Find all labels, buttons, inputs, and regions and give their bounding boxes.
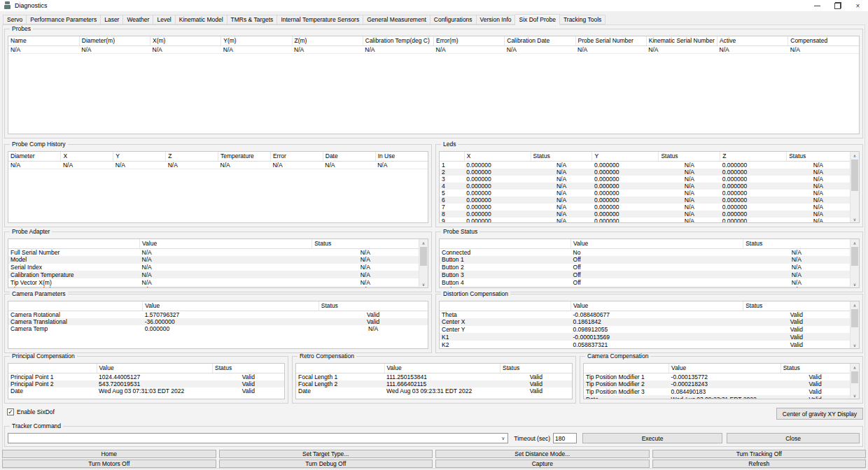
table-row[interactable]: Button 4OffN/A — [440, 278, 850, 286]
column-header[interactable] — [8, 239, 140, 248]
timeout-input[interactable] — [553, 433, 577, 443]
column-header[interactable] — [584, 364, 669, 373]
column-header[interactable]: Probe Serial Number — [575, 36, 646, 45]
column-header[interactable]: Temperature — [218, 152, 271, 161]
table-row[interactable]: Camera Rotational1.570796327Valid — [8, 311, 428, 318]
column-header[interactable]: Status — [500, 364, 572, 373]
column-header[interactable]: Z — [720, 152, 787, 161]
column-header[interactable]: Value — [669, 364, 781, 373]
probe-comp-history-table[interactable]: DiameterXYZTemperatureErrorDateIn UseN/A… — [8, 151, 428, 223]
table-row[interactable]: Button 1OffN/A — [440, 256, 850, 264]
command-button-turn-tracking-off[interactable]: Turn Tracking Off — [652, 450, 867, 458]
column-header[interactable]: Status — [531, 152, 592, 161]
principal-compensation-table[interactable]: ValueStatusPrincipal Point 11024.4400512… — [8, 363, 285, 399]
scroll-up-icon[interactable]: ∧ — [850, 152, 859, 159]
tab-kinematic-model[interactable]: Kinematic Model — [176, 15, 227, 24]
command-button-set-target-type[interactable]: Set Target Type... — [219, 450, 433, 458]
vertical-scrollbar[interactable]: ∧∨ — [850, 152, 859, 222]
execute-button[interactable]: Execute — [582, 433, 722, 443]
tab-version-info[interactable]: Version Info — [477, 15, 516, 24]
camera-parameters-table[interactable]: ValueStatusCamera Rotational1.570796327V… — [8, 301, 428, 349]
column-header[interactable]: Value — [143, 301, 319, 311]
retro-compensation-table[interactable]: ValueStatusFocal Length 1111.250153841Va… — [295, 363, 573, 399]
probe-adapter-table[interactable]: ValueStatusFull Serial NumberN/AN/AModel… — [8, 238, 428, 288]
table-row[interactable]: 70.000000N/A0.000000N/A0.000000N/A — [440, 204, 850, 211]
column-header[interactable]: Calibration Date — [505, 36, 575, 45]
enable-sixdof-checkbox[interactable]: ✓ — [7, 408, 14, 415]
scrollbar-thumb[interactable] — [851, 159, 858, 191]
scrollbar-thumb[interactable] — [851, 371, 858, 383]
column-header[interactable]: Date — [323, 152, 375, 161]
command-button-turn-debug-off[interactable]: Turn Debug Off — [219, 460, 433, 468]
center-of-gravity-xy-display-button[interactable]: Center of gravity XY Display — [776, 408, 863, 420]
scroll-up-icon[interactable]: ∧ — [850, 364, 859, 371]
tab-tmrs-targets[interactable]: TMRs & Targets — [227, 15, 278, 24]
table-row[interactable]: 90.000000N/A0.000000N/A0.000000N/A — [440, 218, 850, 224]
column-header[interactable]: Status — [318, 301, 428, 311]
scrollbar-track[interactable] — [419, 246, 428, 280]
column-header[interactable]: In Use — [375, 152, 428, 161]
vertical-scrollbar[interactable]: ∧∨ — [850, 364, 859, 399]
leds-table[interactable]: XStatusYStatusZStatus10.000000N/A0.00000… — [439, 151, 860, 223]
table-row[interactable]: Center X0.1861842Valid — [440, 318, 850, 326]
column-header[interactable]: X — [464, 152, 531, 161]
table-row[interactable]: 60.000000N/A0.000000N/A0.000000N/A — [440, 197, 850, 204]
column-header[interactable]: X — [61, 152, 113, 161]
restore-button[interactable] — [827, 0, 848, 11]
column-header[interactable]: Diameter(m) — [79, 36, 150, 45]
vertical-scrollbar[interactable]: ∧∨ — [850, 301, 859, 348]
column-header[interactable]: Y — [113, 152, 166, 161]
tab-laser[interactable]: Laser — [101, 15, 123, 24]
table-row[interactable]: DateWed Aug 03 09:23:31 EDT 2022Valid — [584, 395, 850, 399]
probes-table[interactable]: NameDiameter(m)X(m)Y(m)Z(m)Calibration T… — [8, 36, 860, 134]
table-row[interactable]: Theta-0.088480677Valid — [440, 311, 850, 318]
table-row[interactable]: Tip Position Modifier 1-0.000135772Valid — [584, 373, 850, 380]
column-header[interactable] — [440, 239, 571, 248]
column-header[interactable]: Error(m) — [434, 36, 505, 45]
column-header[interactable]: Status — [780, 364, 850, 373]
table-row[interactable]: DateWed Aug 03 07:31:03 EDT 2022Valid — [8, 387, 284, 394]
tracker-command-combobox[interactable]: ∨ — [8, 433, 508, 443]
table-row[interactable]: 30.000000N/A0.000000N/A0.000000N/A — [440, 176, 850, 183]
table-row[interactable]: Principal Point 11024.44005127Valid — [8, 373, 284, 380]
column-header[interactable]: Compensated — [788, 36, 859, 45]
column-header[interactable]: X(m) — [150, 36, 221, 45]
tab-configurations[interactable]: Configurations — [430, 15, 477, 24]
table-row[interactable]: Full Serial NumberN/AN/A — [8, 248, 419, 256]
column-header[interactable] — [8, 364, 97, 373]
column-header[interactable]: Status — [743, 301, 850, 311]
column-header[interactable] — [440, 152, 464, 161]
scroll-down-icon[interactable]: ∨ — [850, 280, 859, 287]
scrollbar-track[interactable] — [850, 308, 859, 341]
column-header[interactable]: Status — [787, 152, 850, 161]
column-header[interactable]: Error — [270, 152, 323, 161]
column-header[interactable]: Name — [8, 36, 79, 45]
tab-general-measurement[interactable]: General Measurement — [363, 15, 430, 24]
table-row[interactable]: Camera Translational-36.000000Valid — [8, 318, 428, 325]
probe-status-table[interactable]: ValueStatusConnectedNoN/AButton 1OffN/AB… — [439, 238, 860, 288]
column-header[interactable] — [296, 364, 384, 373]
column-header[interactable]: Status — [312, 239, 419, 248]
command-button-turn-motors-off[interactable]: Turn Motors Off — [2, 460, 216, 468]
table-row[interactable]: 80.000000N/A0.000000N/A0.000000N/A — [440, 211, 850, 218]
table-row[interactable]: K3-11.328390055Valid — [440, 348, 850, 349]
column-header[interactable] — [8, 301, 143, 311]
tab-level[interactable]: Level — [153, 15, 175, 24]
table-row[interactable]: Led Max Error0.000000N/A — [440, 286, 850, 288]
scroll-down-icon[interactable]: ∨ — [850, 392, 859, 399]
command-button-refresh[interactable]: Refresh — [652, 460, 867, 468]
scroll-up-icon[interactable]: ∧ — [850, 301, 859, 308]
minimize-button[interactable] — [807, 0, 827, 11]
table-row[interactable]: Principal Point 2543.720019531Valid — [8, 380, 284, 387]
scrollbar-track[interactable] — [850, 246, 859, 280]
column-header[interactable]: Diameter — [8, 152, 61, 161]
column-header[interactable]: Status — [743, 239, 850, 248]
command-button-capture[interactable]: Capture — [435, 460, 650, 468]
close-button[interactable]: × — [848, 0, 868, 11]
column-header[interactable]: Value — [384, 364, 500, 373]
table-row[interactable]: ModelN/AN/A — [8, 256, 419, 264]
tab-servo[interactable]: Servo — [3, 15, 27, 24]
column-header[interactable]: Value — [571, 301, 743, 311]
table-row[interactable]: 10.000000N/A0.000000N/A0.000000N/A — [440, 161, 850, 169]
column-header[interactable] — [440, 301, 571, 311]
